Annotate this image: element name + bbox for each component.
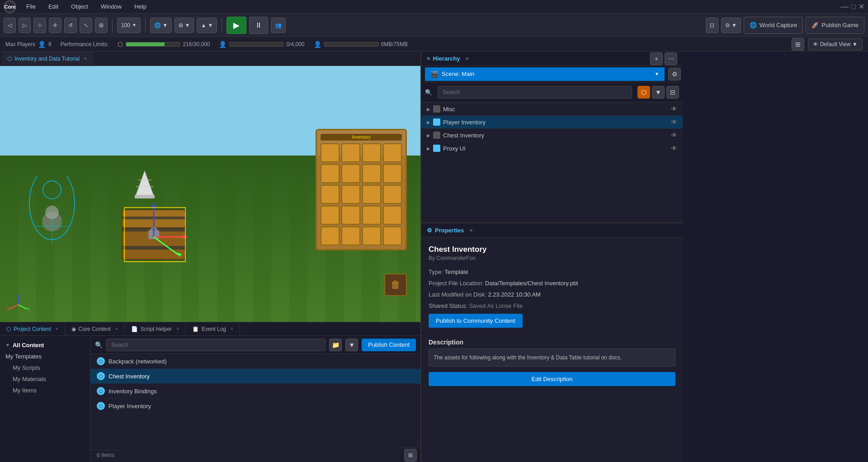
chest-inv-visibility-icon[interactable]: 👁 (671, 132, 677, 139)
tab-script-helper[interactable]: 📄 Script Helper × (125, 322, 186, 336)
publish-game-btn[interactable]: 🚀 Publish Game (806, 17, 864, 34)
hierarchy-panel: ≡ Hierarchy × + ⋯ 🎬 Scene: Main ▼ ⚙ (421, 52, 683, 223)
tab-project-content[interactable]: ⬡ Project Content × (0, 322, 65, 336)
hier-filter-btn[interactable]: ▼ (652, 86, 665, 99)
inv-cell[interactable] (341, 185, 360, 204)
rotate-tool[interactable]: ↺ (64, 18, 77, 33)
list-item-player-inventory[interactable]: ⬡ Player Inventory (90, 399, 420, 414)
list-item-chest-inventory[interactable]: ⬡ Chest Inventory (90, 369, 420, 384)
inv-cell[interactable] (362, 164, 381, 183)
tab-project-close[interactable]: × (56, 326, 58, 331)
transform-axes: Z Y X (7, 293, 29, 317)
terrain-btn[interactable]: ▲ ▼ (197, 18, 217, 33)
settings-btn[interactable]: ⚙ ▼ (721, 18, 741, 33)
publish-content-btn[interactable]: Publish Content (362, 339, 416, 351)
delete-btn[interactable]: 🗑 (384, 273, 407, 296)
chevron-right-icon[interactable]: ▶ (427, 107, 430, 112)
inv-cell[interactable] (362, 143, 381, 162)
tree-my-templates[interactable]: My Templates (0, 351, 90, 362)
folder-icon-btn[interactable]: 📁 (329, 339, 342, 351)
tab-script-close[interactable]: × (176, 326, 179, 331)
prop-by: By CommanderFoo (429, 255, 675, 261)
hierarchy-close[interactable]: × (466, 55, 469, 62)
inv-cell[interactable] (321, 185, 340, 204)
redo-btn[interactable]: ▷ (19, 18, 31, 33)
maximize-btn[interactable]: □ (851, 3, 856, 11)
inv-cell[interactable] (321, 206, 340, 225)
proxy-ui-visibility-icon[interactable]: 👁 (671, 145, 677, 152)
menu-help[interactable]: Help (132, 2, 149, 11)
scene-selector[interactable]: 🎬 Scene: Main ▼ (425, 67, 665, 81)
close-btn[interactable]: ✕ (859, 2, 864, 11)
view-btn[interactable]: ⊞ ▼ (175, 18, 194, 33)
world-btn[interactable]: 🌐 ▼ (150, 18, 172, 33)
inv-cell[interactable] (321, 226, 340, 245)
grid-view-btn[interactable]: ⊞ (404, 449, 417, 462)
default-view-btn[interactable]: 👁 Default View ▼ (808, 38, 863, 50)
hier-item-chest-inventory[interactable]: ▶ Chest Inventory 👁 (421, 129, 683, 142)
play-btn[interactable]: ▶ (226, 17, 246, 34)
menu-edit[interactable]: Edit (46, 2, 61, 11)
inv-cell[interactable] (341, 226, 360, 245)
inv-cell[interactable] (383, 206, 402, 225)
viewport-tab-close[interactable]: × (84, 56, 87, 61)
inv-cell[interactable] (321, 164, 340, 183)
scene-settings-btn[interactable]: ⚙ (668, 68, 681, 80)
inv-cell[interactable] (341, 206, 360, 225)
hier-settings-btn[interactable]: ⋯ (665, 52, 677, 65)
world-capture-btn[interactable]: 🌐 World Capture (744, 17, 803, 34)
misc-visibility-icon[interactable]: 👁 (671, 105, 677, 113)
pause-btn[interactable]: ⏸ (249, 17, 268, 34)
chevron-right-icon-2[interactable]: ▶ (427, 120, 430, 125)
inv-cell[interactable] (383, 164, 402, 183)
inv-cell[interactable] (383, 143, 402, 162)
chevron-right-icon-3[interactable]: ▶ (427, 133, 430, 138)
publish-community-btn[interactable]: Publish to Community Content (429, 314, 523, 328)
inv-cell[interactable] (341, 164, 360, 183)
hier-item-misc[interactable]: ▶ Misc 👁 (421, 103, 683, 116)
snap-tool[interactable]: ⊞ (95, 18, 108, 33)
hierarchy-search-input[interactable] (438, 86, 632, 99)
chevron-right-icon-4[interactable]: ▶ (427, 146, 430, 151)
tree-my-items[interactable]: My Items (0, 385, 90, 396)
content-search-input[interactable] (106, 339, 326, 351)
undo-btn[interactable]: ◁ (4, 18, 16, 33)
edit-description-btn[interactable]: Edit Description (429, 372, 675, 386)
list-item-backpack[interactable]: ⬡ Backpack (networked) (90, 354, 420, 369)
properties-close[interactable]: × (469, 227, 473, 234)
inv-cell[interactable] (321, 143, 340, 162)
inv-cell[interactable] (383, 226, 402, 245)
minimize-btn[interactable]: — (840, 2, 849, 11)
inv-cell[interactable] (362, 226, 381, 245)
frame-btn[interactable]: ⊡ (706, 18, 718, 33)
scale-tool[interactable]: ⤡ (80, 18, 92, 33)
player-inv-visibility-icon[interactable]: 👁 (671, 118, 677, 126)
hier-item-player-inventory[interactable]: ▶ Player Inventory 👁 (421, 116, 683, 129)
menu-file[interactable]: File (24, 2, 38, 11)
layout-btn[interactable]: ⊞ (792, 38, 804, 51)
menu-window[interactable]: Window (98, 2, 124, 11)
tab-event-close[interactable]: × (231, 326, 233, 331)
select-tool[interactable]: ⊹ (33, 18, 46, 33)
inv-cell[interactable] (383, 185, 402, 204)
menu-object[interactable]: Object (68, 2, 91, 11)
hier-collapse-btn[interactable]: ⊟ (666, 86, 679, 99)
inv-cell[interactable] (341, 143, 360, 162)
inv-cell[interactable] (362, 206, 381, 225)
inv-cell[interactable] (362, 185, 381, 204)
tab-core-content[interactable]: ◉ Core Content × (65, 322, 125, 336)
multiplayer-btn[interactable]: 👥 (271, 18, 286, 33)
hier-add-btn[interactable]: + (650, 52, 663, 65)
hier-filter-cube-btn[interactable]: ⬡ (637, 86, 650, 99)
viewport-tab[interactable]: ⬡ Inventory and Data Tutorial × (2, 52, 93, 66)
tab-core-close[interactable]: × (115, 326, 118, 331)
filter-btn[interactable]: ▼ (345, 339, 358, 351)
list-item-inventory-bindings[interactable]: ⬡ Inventory Bindings (90, 384, 420, 399)
viewport[interactable]: Inventory (0, 66, 420, 322)
move-tool[interactable]: ✛ (49, 18, 61, 33)
tree-all-content[interactable]: ▼ All Content (0, 339, 90, 351)
hier-item-proxy-ui[interactable]: ▶ Proxy UI 👁 (421, 142, 683, 155)
tree-my-scripts[interactable]: My Scripts (0, 362, 90, 373)
tab-event-log[interactable]: 📋 Event Log × (186, 322, 240, 336)
tree-my-materials[interactable]: My Materials (0, 373, 90, 385)
